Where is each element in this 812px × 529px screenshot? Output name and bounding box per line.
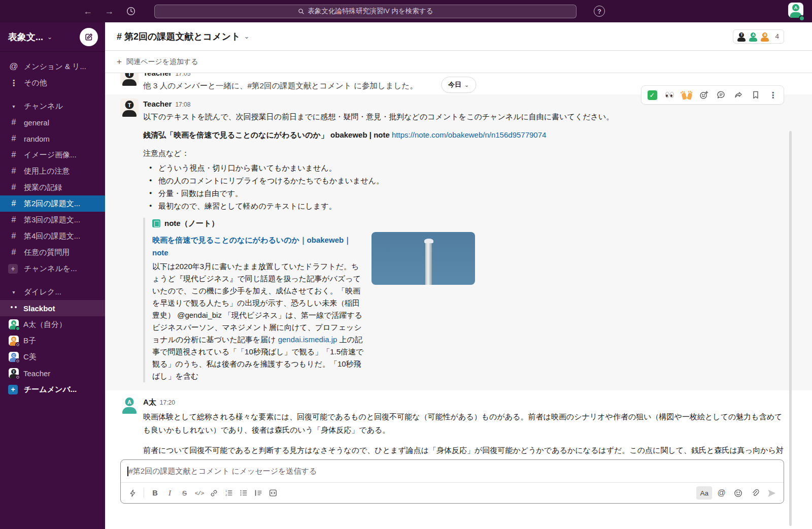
sidebar-item-channel[interactable]: #第4回の課題文...: [0, 228, 105, 244]
hash-icon: #: [8, 150, 19, 159]
mention-button[interactable]: @: [714, 486, 729, 500]
code-block-button[interactable]: [265, 486, 280, 500]
chevron-down-icon: ⌄: [464, 82, 469, 88]
strikethrough-button[interactable]: S: [177, 486, 192, 500]
add-related-pages-button[interactable]: 関連ページを追加する: [126, 57, 198, 67]
emoji-button[interactable]: [731, 486, 746, 500]
section-chevron-icon: ▾: [8, 104, 19, 109]
formatting-toggle-button[interactable]: Aa: [696, 486, 712, 500]
sidebar-item-dm[interactable]: T Teacher: [0, 365, 105, 381]
citation-text: 銭清弘「映画を倍速で見ることのなにがわるいのか」 obakeweb | note: [143, 130, 390, 139]
hash-icon: #: [8, 183, 19, 192]
date-label: 今日: [448, 80, 461, 89]
share-icon: [733, 90, 743, 100]
help-icon[interactable]: ?: [594, 6, 605, 17]
channels-section-header[interactable]: ▾ チャンネル: [0, 98, 105, 114]
sidebar-item-mentions[interactable]: @ メンション & リ...: [0, 58, 105, 75]
notes-label: 注意点など：: [143, 148, 784, 159]
sidebar-item-channel[interactable]: #第3回の課題文...: [0, 212, 105, 228]
sidebar-item-channel-active[interactable]: #第2回の課題文...: [0, 195, 105, 212]
sidebar-scroll: @ メンション & リ... ⋮ その他 ▾ チャンネル #general #r…: [0, 52, 105, 398]
date-divider-pill[interactable]: 今日 ⌄: [441, 77, 476, 93]
sidebar-item-dm-self[interactable]: A A太（自分）: [0, 316, 105, 333]
plus-icon: +: [8, 264, 18, 274]
add-reaction-button[interactable]: [696, 87, 712, 103]
more-icon: ⋮: [8, 78, 19, 88]
message-author[interactable]: A太: [143, 398, 156, 406]
history-clock-icon[interactable]: [125, 5, 137, 17]
back-icon[interactable]: ←: [82, 6, 93, 17]
ordered-list-button[interactable]: 12: [221, 486, 236, 500]
forward-icon[interactable]: →: [104, 6, 115, 17]
paperclip-icon: [751, 488, 760, 498]
code-block-icon: [268, 488, 278, 498]
sidebar-item-channel[interactable]: #使用上の注意: [0, 163, 105, 179]
bold-button[interactable]: B: [148, 486, 162, 500]
message-time[interactable]: 17:20: [160, 399, 175, 406]
dm-name: Slackbot: [23, 304, 55, 313]
dm-name: Teacher: [23, 369, 50, 378]
sidebar-item-dm-slackbot[interactable]: Slackbot: [0, 300, 105, 316]
composer-input[interactable]: #第2回の課題文献とコメント にメッセージを送信する: [121, 460, 784, 482]
message-teacher: T Teacher17:08 以下のテキストを読んで、次回授業日の前日までに感想…: [105, 94, 812, 390]
italic-button[interactable]: I: [162, 486, 177, 500]
main-panel: # 第2回の課題文献とコメント ⌄ T A B 4 + 関連ページを追加する 今…: [105, 22, 812, 529]
link-button[interactable]: [207, 486, 221, 500]
message-paragraph: 以下のテキストを読んで、次回授業日の前日までに感想・疑問・意見・批判などのコメン…: [143, 111, 784, 122]
save-for-later-button[interactable]: [748, 87, 764, 103]
sidebar-item-dm[interactable]: B B子: [0, 333, 105, 349]
sidebar-item-channel[interactable]: #授業の記録: [0, 179, 105, 195]
new-message-button[interactable]: [80, 28, 98, 46]
message-time[interactable]: 17:05: [175, 73, 190, 77]
more-actions-button[interactable]: ⋮: [765, 87, 781, 103]
attach-file-button[interactable]: [748, 486, 762, 500]
citation-link[interactable]: https://note.com/obakeweb/n/n156d9577907…: [392, 130, 546, 139]
card-desc-link[interactable]: gendai.ismedia.jp: [278, 335, 337, 344]
message-composer[interactable]: #第2回の課題文献とコメント にメッセージを送信する B I S </> 12: [120, 459, 784, 504]
message-author[interactable]: Teacher: [143, 100, 172, 108]
channel-title[interactable]: # 第2回の課題文献とコメント: [117, 30, 241, 43]
share-message-button[interactable]: [730, 87, 747, 103]
shortcuts-lightning-button[interactable]: [125, 486, 140, 500]
message-author[interactable]: Teacher: [143, 73, 172, 77]
bullet-item: 他の人のコメントにリプライをつけるかたちでもかまいません。: [143, 174, 784, 187]
dm-name: A太（自分）: [23, 320, 66, 329]
add-teammates-button[interactable]: + チームメンバ...: [0, 381, 105, 398]
add-channel-button[interactable]: + チャンネルを...: [0, 260, 105, 277]
channel-header: # 第2回の課題文献とコメント ⌄ T A B 4: [105, 22, 812, 51]
user-menu-avatar[interactable]: A: [788, 3, 803, 20]
sidebar-item-channel[interactable]: #random: [0, 130, 105, 147]
quick-reaction-check-button[interactable]: ✓: [644, 87, 660, 103]
bulleted-list-button[interactable]: [236, 486, 251, 500]
vertical-scrollbar[interactable]: [789, 131, 792, 526]
message-time[interactable]: 17:08: [175, 101, 190, 108]
sidebar-item-channel[interactable]: #任意の質問用: [0, 244, 105, 260]
message-list: 今日 ⌄ T Teacher17:05 他 3 人のメンバーと一緒に、#第2回の…: [105, 73, 812, 457]
quick-reaction-eyes-button[interactable]: [661, 87, 678, 103]
search-bar[interactable]: 表象文化論特殊研究演習IV 内を検索する: [154, 5, 577, 18]
channel-members-button[interactable]: T A B 4: [733, 29, 784, 44]
blockquote-button[interactable]: [251, 486, 265, 500]
avatar[interactable]: A: [120, 395, 139, 414]
add-reaction-icon: [699, 90, 709, 100]
offline-dot: [15, 342, 20, 347]
card-thumbnail-tower-photo[interactable]: [371, 232, 475, 285]
reply-in-thread-button[interactable]: [713, 87, 729, 103]
message-actions-toolbar: ✓ ⋮: [641, 85, 784, 105]
sidebar-item-dm[interactable]: C C美: [0, 349, 105, 365]
workspace-header[interactable]: 表象文... ⌄: [0, 22, 105, 52]
avatar[interactable]: T: [120, 98, 139, 117]
hash-icon: #: [8, 118, 19, 127]
hash-icon: #: [8, 134, 19, 143]
hash-icon: #: [8, 232, 19, 241]
sidebar-item-channel[interactable]: #イメージ画像...: [0, 147, 105, 163]
code-button[interactable]: </>: [192, 486, 207, 500]
dm-section-header[interactable]: ▾ ダイレク...: [0, 284, 105, 300]
quick-reaction-raised-hands-button[interactable]: [679, 87, 695, 103]
bullet-item: どういう視点・切り口から書いてもかまいません。: [143, 161, 784, 174]
sidebar-item-more[interactable]: ⋮ その他: [0, 75, 105, 91]
send-button[interactable]: [764, 486, 779, 500]
card-title-link[interactable]: 映画を倍速で見ることのなにがわるいのか｜obakeweb｜note: [152, 234, 364, 259]
sidebar-item-channel[interactable]: #general: [0, 114, 105, 130]
dm-name: B子: [23, 336, 36, 346]
